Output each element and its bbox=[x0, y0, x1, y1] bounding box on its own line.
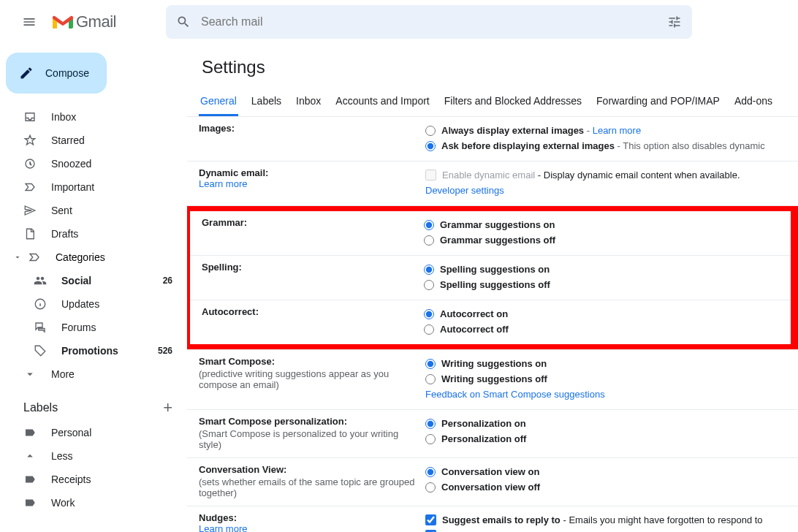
radio-sc-on[interactable] bbox=[425, 359, 436, 369]
nav-forums[interactable]: Forums bbox=[6, 316, 181, 339]
label-work[interactable]: Work bbox=[6, 491, 181, 514]
nav-inbox[interactable]: Inbox bbox=[6, 105, 181, 129]
tag-icon bbox=[34, 344, 47, 357]
nav-starred[interactable]: Starred bbox=[6, 129, 181, 152]
main-menu-button[interactable] bbox=[12, 4, 47, 39]
learn-more-link[interactable]: Learn more bbox=[593, 125, 641, 136]
learn-more-link[interactable]: Learn more bbox=[199, 523, 247, 532]
nav-snoozed[interactable]: Snoozed bbox=[6, 152, 181, 175]
setting-title: Images: bbox=[199, 123, 235, 134]
checkbox-dynamic-email bbox=[425, 170, 436, 180]
chevron-up-icon bbox=[23, 449, 37, 463]
forums-icon bbox=[34, 321, 47, 334]
opt-text: Suggest emails to reply to bbox=[442, 514, 560, 525]
nav-updates[interactable]: Updates bbox=[6, 292, 181, 316]
tab-accounts[interactable]: Accounts and Import bbox=[334, 88, 430, 116]
radio-cv-off[interactable] bbox=[425, 482, 436, 493]
nav-categories[interactable]: Categories bbox=[6, 246, 181, 269]
radio-autocorrect-on[interactable] bbox=[424, 309, 434, 319]
setting-title: Nudges: bbox=[199, 512, 237, 523]
main-content: Settings General Labels Inbox Accounts a… bbox=[187, 44, 798, 532]
info-icon bbox=[34, 297, 47, 311]
important-icon bbox=[23, 180, 37, 194]
opt-text: Writing suggestions on bbox=[441, 357, 547, 371]
nav-important[interactable]: Important bbox=[6, 175, 181, 199]
tab-addons[interactable]: Add-ons bbox=[733, 88, 774, 116]
tab-inbox[interactable]: Inbox bbox=[294, 88, 322, 116]
radio-spelling-on[interactable] bbox=[424, 265, 434, 275]
gmail-m-icon bbox=[53, 14, 73, 30]
radio-grammar-off[interactable] bbox=[424, 235, 434, 246]
label-personal[interactable]: Personal bbox=[6, 421, 181, 444]
radio-images-always[interactable] bbox=[425, 126, 436, 136]
nav-label: Sent bbox=[51, 205, 172, 216]
radio-scp-on[interactable] bbox=[425, 419, 436, 429]
chevron-down-icon bbox=[23, 368, 37, 381]
nav-more[interactable]: More bbox=[6, 362, 181, 386]
nav-label: Inbox bbox=[51, 111, 172, 123]
setting-title: Spelling: bbox=[202, 262, 242, 273]
tab-general[interactable]: General bbox=[199, 88, 238, 116]
nav-promotions[interactable]: Promotions 526 bbox=[6, 339, 181, 362]
inbox-icon bbox=[23, 110, 37, 123]
compose-button[interactable]: Compose bbox=[6, 53, 107, 94]
opt-text: Grammar suggestions on bbox=[440, 218, 555, 232]
label-receipts[interactable]: Receipts bbox=[6, 468, 181, 491]
opt-trail: - Sent emails you might need to follow u… bbox=[582, 530, 766, 533]
developer-settings-link[interactable]: Developer settings bbox=[425, 183, 504, 198]
opt-trail: - This option also disables dynamic bbox=[615, 140, 765, 151]
page-title: Settings bbox=[187, 44, 798, 88]
feedback-link[interactable]: Feedback on Smart Compose suggestions bbox=[425, 387, 605, 402]
nav-drafts[interactable]: Drafts bbox=[6, 222, 181, 246]
tab-labels[interactable]: Labels bbox=[250, 88, 283, 116]
setting-nudges: Nudges: Learn more Suggest emails to rep… bbox=[187, 506, 798, 532]
nav-label: Forums bbox=[61, 322, 172, 333]
nav-sent[interactable]: Sent bbox=[6, 199, 181, 222]
opt-text: Conversation view on bbox=[441, 465, 539, 479]
nav-label: Updates bbox=[61, 298, 172, 310]
tab-forwarding[interactable]: Forwarding and POP/IMAP bbox=[595, 88, 721, 116]
radio-sc-off[interactable] bbox=[425, 374, 436, 384]
settings-body: Images: Always display external images -… bbox=[187, 117, 798, 532]
setting-title: Smart Compose personalization: bbox=[199, 416, 347, 427]
radio-cv-on[interactable] bbox=[425, 467, 436, 477]
radio-grammar-on[interactable] bbox=[424, 220, 434, 230]
nav-label: Important bbox=[51, 181, 172, 193]
setting-title: Smart Compose: bbox=[199, 356, 275, 367]
caret-down-icon bbox=[13, 253, 22, 262]
radio-images-ask[interactable] bbox=[425, 141, 436, 151]
checkbox-nudge-reply[interactable] bbox=[425, 514, 436, 525]
search-input[interactable] bbox=[201, 15, 657, 28]
radio-scp-off[interactable] bbox=[425, 434, 436, 444]
gmail-logo[interactable]: Gmail bbox=[53, 12, 116, 31]
setting-grammar: Grammar: Grammar suggestions on Grammar … bbox=[190, 211, 791, 256]
label-icon bbox=[23, 426, 37, 439]
tune-icon[interactable] bbox=[667, 15, 682, 29]
nav-social[interactable]: Social 26 bbox=[6, 269, 181, 292]
opt-text: Conversation view off bbox=[441, 480, 540, 495]
setting-autocorrect: Autocorrect: Autocorrect on Autocorrect … bbox=[190, 300, 791, 344]
nav-label: Less bbox=[51, 450, 172, 462]
add-label-button[interactable]: + bbox=[163, 398, 172, 417]
star-icon bbox=[23, 134, 37, 147]
settings-tabs: General Labels Inbox Accounts and Import… bbox=[187, 88, 798, 117]
setting-title: Autocorrect: bbox=[202, 306, 259, 317]
nav-label: More bbox=[51, 368, 172, 380]
setting-sub: (predictive writing suggestions appear a… bbox=[199, 368, 417, 390]
search-icon bbox=[176, 15, 191, 29]
setting-title: Conversation View: bbox=[199, 464, 286, 475]
tab-filters[interactable]: Filters and Blocked Addresses bbox=[443, 88, 583, 116]
opt-trail: - bbox=[584, 125, 593, 136]
learn-more-link[interactable]: Learn more bbox=[199, 178, 247, 189]
labels-header: Labels + bbox=[6, 395, 181, 421]
label-less[interactable]: Less bbox=[6, 444, 181, 468]
radio-spelling-off[interactable] bbox=[424, 280, 434, 290]
setting-images: Images: Always display external images -… bbox=[187, 117, 798, 162]
opt-text: Spelling suggestions on bbox=[440, 262, 550, 277]
radio-autocorrect-off[interactable] bbox=[424, 324, 434, 335]
opt-text: Ask before displaying external images bbox=[441, 140, 615, 151]
label-icon bbox=[23, 473, 37, 486]
search-bar[interactable] bbox=[166, 5, 692, 39]
opt-trail: - Display dynamic email content when ava… bbox=[535, 170, 740, 180]
setting-smart-compose: Smart Compose: (predictive writing sugge… bbox=[187, 349, 798, 410]
